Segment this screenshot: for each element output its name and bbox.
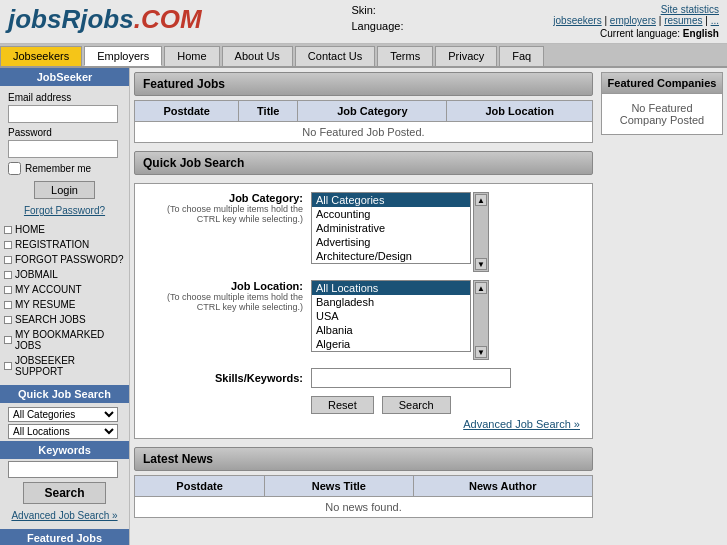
col-postdate: Postdate [135,101,239,122]
sidebar: JobSeeker Email address Password Remembe… [0,68,130,545]
location-scrollbar[interactable]: ▲ ▼ [473,280,489,360]
quick-search-main-title: Quick Job Search [134,151,593,175]
email-input[interactable] [8,105,118,123]
search-jobs-box-icon [4,316,12,324]
category-advertising[interactable]: Advertising [312,235,470,249]
sidebar-category-select[interactable]: All Categories [8,407,118,422]
tab-home[interactable]: Home [164,46,219,66]
sidebar-location-select[interactable]: All Locations [8,424,118,439]
qs-buttons: Reset Search [143,396,584,414]
sidebar-item-bookmarked-jobs[interactable]: MY BOOKMARKED JOBS [0,327,129,353]
keywords-label: Keywords [0,441,129,459]
site-statistics-link[interactable]: Site statistics [553,4,719,15]
header-right: Site statistics jobseekers | employers |… [553,4,719,39]
current-language: Current language: English [553,28,719,39]
location-albania[interactable]: Albania [312,323,470,337]
sidebar-item-search-jobs-label: SEARCH JOBS [15,314,86,325]
main-layout: JobSeeker Email address Password Remembe… [0,68,727,545]
category-scroll-down[interactable]: ▼ [475,258,487,270]
sidebar-item-forgot-password[interactable]: FORGOT PASSWORD? [0,252,129,267]
remember-me-label: Remember me [25,163,91,174]
jobseekers-link[interactable]: jobseekers [553,15,601,26]
category-list: All Categories Accounting Administrative… [311,192,471,264]
sidebar-item-home[interactable]: HOME [0,222,129,237]
tab-employers[interactable]: Employers [84,46,162,66]
sidebar-item-my-account-label: MY ACCOUNT [15,284,82,295]
tab-about-us[interactable]: About Us [222,46,293,66]
col-title: Title [239,101,298,122]
sidebar-item-search-jobs[interactable]: SEARCH JOBS [0,312,129,327]
advanced-search-link[interactable]: Advanced Job Search » [143,418,584,430]
location-algeria[interactable]: Algeria [312,337,470,351]
jobseeker-section-title: JobSeeker [0,68,129,86]
nav-tabs: Jobseekers Employers Home About Us Conta… [0,44,727,68]
sidebar-search-button[interactable]: Search [23,482,105,504]
sidebar-advanced-search-link[interactable]: Advanced Job Search » [0,508,129,523]
tab-faq[interactable]: Faq [499,46,544,66]
employers-link[interactable]: employers [610,15,656,26]
category-all[interactable]: All Categories [312,193,470,207]
news-col-title: News Title [265,476,413,497]
jobseeker-support-box-icon [4,362,12,370]
remember-me-checkbox[interactable] [8,162,21,175]
sidebar-item-registration-label: REGISTRATION [15,239,89,250]
my-resume-box-icon [4,301,12,309]
keywords-input[interactable] [8,461,118,478]
quick-search-sidebar-title: Quick Job Search [0,385,129,403]
location-scroll-up[interactable]: ▲ [475,282,487,294]
location-main-label: Job Location: [143,280,303,292]
featured-jobs-empty-msg: No Featured Job Posted. [135,122,593,143]
password-label: Password [8,127,121,138]
header: jobsRjobs.COM Skin: Language: Site stati… [0,0,727,44]
featured-companies-empty: No Featured Company Posted [602,94,722,134]
category-label-block: Job Category: (To choose multiple items … [143,192,303,224]
location-all[interactable]: All Locations [312,281,470,295]
more-link[interactable]: ... [711,15,719,26]
sidebar-item-jobseeker-support[interactable]: JOBSEEKER SUPPORT [0,353,129,379]
sidebar-item-registration[interactable]: REGISTRATION [0,237,129,252]
sidebar-item-jobmail[interactable]: JOBMAIL [0,267,129,282]
sidebar-item-my-account[interactable]: MY ACCOUNT [0,282,129,297]
reset-button[interactable]: Reset [311,396,374,414]
sidebar-item-jobmail-label: JOBMAIL [15,269,58,280]
sidebar-featured-jobs[interactable]: Featured Jobs [0,529,129,545]
sidebar-item-forgot-password-label: FORGOT PASSWORD? [15,254,124,265]
col-job-category: Job Category [298,101,447,122]
tab-contact-us[interactable]: Contact Us [295,46,375,66]
home-box-icon [4,226,12,234]
category-architecture[interactable]: Architecture/Design [312,249,470,263]
category-scrollbar[interactable]: ▲ ▼ [473,192,489,272]
logo: jobsRjobs.COM [8,4,202,35]
news-empty-msg: No news found. [135,497,593,518]
search-button[interactable]: Search [382,396,451,414]
resumes-link[interactable]: resumes [664,15,702,26]
bookmarked-jobs-box-icon [4,336,12,344]
sidebar-item-my-resume[interactable]: MY RESUME [0,297,129,312]
category-row: Job Category: (To choose multiple items … [143,192,584,272]
logo-com: .COM [134,4,202,34]
location-usa[interactable]: USA [312,309,470,323]
tab-jobseekers[interactable]: Jobseekers [0,46,82,66]
skills-input[interactable] [311,368,511,388]
featured-jobs-table: Postdate Title Job Category Job Location… [134,100,593,143]
category-administrative[interactable]: Administrative [312,221,470,235]
tab-terms[interactable]: Terms [377,46,433,66]
forgot-password-link[interactable]: Forgot Password? [0,203,129,218]
location-scroll-down[interactable]: ▼ [475,346,487,358]
location-bangladesh[interactable]: Bangladesh [312,295,470,309]
category-accounting[interactable]: Accounting [312,207,470,221]
category-main-label: Job Category: [143,192,303,204]
login-button[interactable]: Login [34,181,95,199]
quick-search-box: Job Category: (To choose multiple items … [134,183,593,439]
language-label: Language: [351,20,403,32]
password-input[interactable] [8,140,118,158]
remember-me-container: Remember me [0,160,129,177]
skin-label: Skin: [351,4,403,16]
category-scroll-up[interactable]: ▲ [475,194,487,206]
location-row: Job Location: (To choose multiple items … [143,280,584,360]
email-field-container: Email address [0,90,129,125]
tab-privacy[interactable]: Privacy [435,46,497,66]
my-account-box-icon [4,286,12,294]
sidebar-item-bookmarked-jobs-label: MY BOOKMARKED JOBS [15,329,125,351]
skills-row: Skills/Keywords: [143,368,584,388]
